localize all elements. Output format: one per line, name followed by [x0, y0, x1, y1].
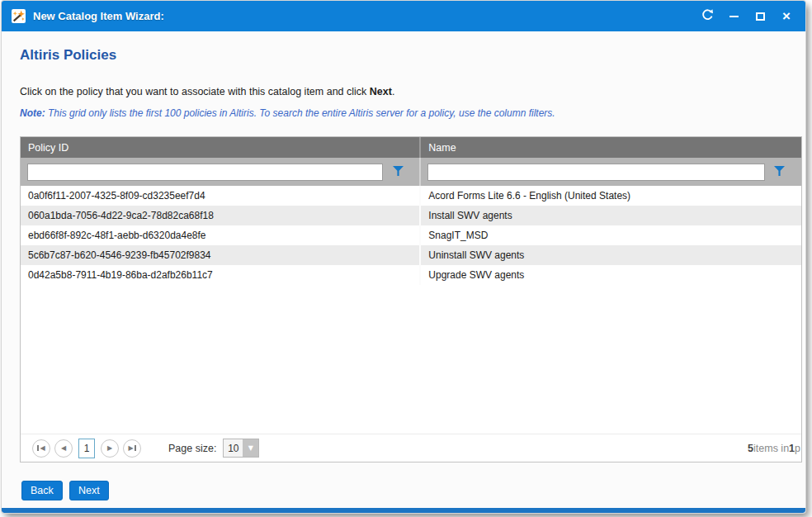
page-size-value: 10	[224, 439, 243, 457]
grid-empty-space	[21, 285, 801, 434]
policy-id-filter-cell	[21, 158, 421, 186]
minimize-icon	[729, 16, 739, 17]
grid-filter-row	[21, 158, 801, 186]
instruction-next-emphasis: Next	[370, 86, 392, 97]
refresh-button[interactable]	[698, 7, 716, 26]
pager-first-button[interactable]: ◀	[32, 439, 50, 458]
last-page-icon	[135, 445, 136, 451]
item-count: 5	[748, 443, 753, 454]
back-button[interactable]: Back	[21, 481, 63, 500]
policy-id-cell[interactable]: 0a0f6f11-2007-4325-8f09-cd3235eef7d4	[21, 186, 421, 206]
first-page-icon	[37, 445, 39, 451]
wizard-stars-icon	[12, 9, 26, 23]
page-size-label: Page size:	[168, 443, 216, 454]
name-filter-cell	[421, 158, 801, 186]
table-row[interactable]: 0a0f6f11-2007-4325-8f09-cd3235eef7d4 Aco…	[21, 186, 801, 206]
policy-id-cell[interactable]: 5c6b7c87-b620-4546-9239-fb45702f9834	[21, 245, 421, 265]
minimize-button[interactable]	[725, 7, 743, 26]
name-cell[interactable]: Acord Forms Lite 6.6 - English (United S…	[421, 186, 801, 206]
policy-id-cell[interactable]: 0d42a5b8-7911-4b19-86ba-d2afb26b11c7	[21, 265, 421, 285]
name-cell[interactable]: SnagIT_MSD	[421, 225, 801, 245]
page-size-select[interactable]: 10 ▼	[223, 439, 259, 458]
name-cell[interactable]: Upgrade SWV agents	[421, 265, 801, 285]
table-row[interactable]: 0d42a5b8-7911-4b19-86ba-d2afb26b11c7 Upg…	[21, 265, 801, 285]
policy-id-filter-input[interactable]	[27, 164, 383, 181]
table-row[interactable]: 5c6b7c87-b620-4546-9239-fb45702f9834 Uni…	[21, 245, 801, 265]
window-bottom-border	[2, 508, 805, 513]
window-controls: ×	[698, 7, 795, 26]
wizard-window: New Catalog Item Wizard: × Altiri	[2, 1, 805, 513]
page-title: Altiris Policies	[20, 47, 116, 64]
name-cell[interactable]: Uninstall SWV agents	[421, 245, 801, 265]
status-text: items in	[753, 443, 789, 454]
instruction-text: Click on the policy that you want to ass…	[20, 86, 394, 97]
next-page-icon: ▶	[107, 445, 112, 452]
column-header-policy-id[interactable]: Policy ID	[21, 137, 421, 158]
close-button[interactable]: ×	[777, 7, 795, 26]
instruction-prefix: Click on the policy that you want to ass…	[20, 86, 370, 97]
close-icon: ×	[782, 9, 791, 23]
filter-funnel-icon	[774, 166, 785, 178]
grid-pager: ◀ ◀ 1 ▶ ▶ Page size: 10 ▼ 5 items in 1 p	[21, 434, 801, 462]
previous-page-icon: ◀	[61, 445, 66, 452]
policies-grid: Policy ID Name	[20, 136, 802, 462]
pager-last-button[interactable]: ▶	[123, 439, 141, 458]
chevron-down-icon: ▼	[243, 439, 258, 457]
column-header-name[interactable]: Name	[421, 137, 801, 158]
pager-previous-button[interactable]: ◀	[54, 439, 73, 458]
table-row[interactable]: ebd66f8f-892c-48f1-aebb-d6320da4e8fe Sna…	[21, 225, 801, 245]
filter-funnel-icon	[393, 166, 404, 178]
window-title: New Catalog Item Wizard:	[33, 10, 698, 22]
name-filter-input[interactable]	[427, 164, 765, 181]
first-page-arrow-icon: ◀	[40, 445, 45, 452]
status-text-clipped: p	[795, 443, 800, 454]
title-bar: New Catalog Item Wizard: ×	[2, 1, 805, 31]
name-filter-button[interactable]	[765, 162, 795, 182]
policy-id-cell[interactable]: 060a1bda-7056-4d22-9ca2-78d82ca68f18	[21, 206, 421, 225]
page-count: 1	[789, 443, 795, 454]
policy-id-filter-button[interactable]	[383, 162, 413, 182]
grid-body: 0a0f6f11-2007-4325-8f09-cd3235eef7d4 Aco…	[21, 186, 801, 285]
policy-id-cell[interactable]: ebd66f8f-892c-48f1-aebb-d6320da4e8fe	[21, 225, 421, 245]
instruction-suffix: .	[392, 86, 394, 97]
refresh-icon	[701, 8, 714, 24]
note-body: This grid only lists the first 100 polic…	[45, 107, 555, 119]
note-text: Note: This grid only lists the first 100…	[20, 107, 555, 119]
pager-next-button[interactable]: ▶	[101, 439, 119, 458]
maximize-button[interactable]	[751, 7, 769, 26]
last-page-arrow-icon: ▶	[128, 445, 133, 452]
pager-status: 5 items in 1 p	[748, 434, 800, 462]
name-cell[interactable]: Install SWV agents	[421, 206, 801, 225]
next-button[interactable]: Next	[69, 481, 109, 500]
pager-current-page[interactable]: 1	[78, 439, 95, 458]
grid-header-row: Policy ID Name	[21, 137, 801, 158]
table-row[interactable]: 060a1bda-7056-4d22-9ca2-78d82ca68f18 Ins…	[21, 206, 801, 225]
maximize-icon	[756, 12, 765, 21]
note-label: Note:	[20, 107, 45, 119]
